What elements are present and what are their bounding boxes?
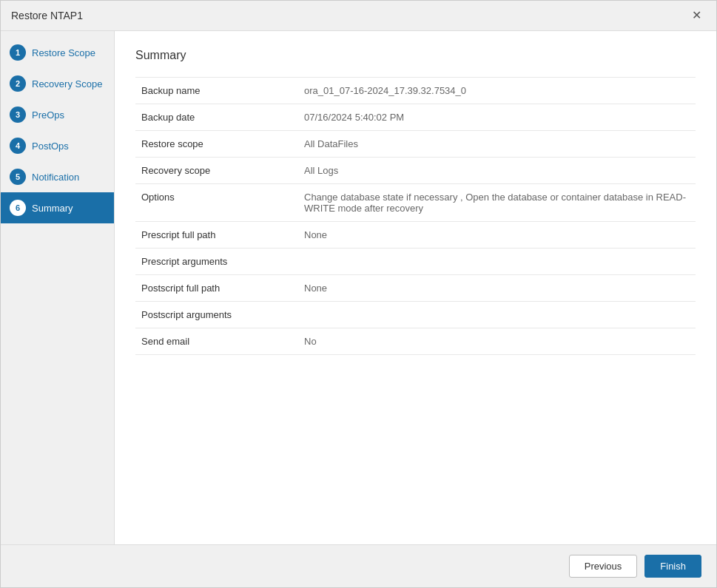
table-row: Send emailNo [135, 328, 696, 355]
table-row: Prescript arguments [135, 249, 696, 275]
row-label: Postscript arguments [135, 302, 298, 328]
sidebar-item-recovery-scope[interactable]: 2 Recovery Scope [1, 68, 114, 99]
sidebar-item-label-6: Summary [32, 203, 73, 214]
sidebar-item-restore-scope[interactable]: 1 Restore Scope [1, 37, 114, 68]
finish-button[interactable]: Finish [644, 555, 701, 578]
row-label: Backup name [135, 78, 298, 104]
row-value [298, 249, 696, 275]
row-value: No [298, 328, 696, 355]
window-title: Restore NTAP1 [11, 10, 83, 21]
table-row: Postscript arguments [135, 302, 696, 328]
row-label: Postscript full path [135, 275, 298, 302]
sidebar-item-label-5: Notification [32, 172, 79, 183]
summary-table: Backup nameora_01_07-16-2024_17.39.32.75… [135, 77, 696, 355]
sidebar-item-summary[interactable]: 6 Summary [1, 192, 114, 223]
previous-button[interactable]: Previous [569, 555, 638, 578]
footer: Previous Finish [1, 544, 716, 587]
table-row: Backup nameora_01_07-16-2024_17.39.32.75… [135, 78, 696, 104]
row-value: All DataFiles [298, 131, 696, 158]
main-body: Summary Backup nameora_01_07-16-2024_17.… [115, 31, 716, 544]
row-value [298, 302, 696, 328]
table-row: Backup date07/16/2024 5:40:02 PM [135, 104, 696, 131]
step-3-circle: 3 [10, 107, 26, 123]
step-4-circle: 4 [10, 138, 26, 154]
page-title: Summary [135, 49, 696, 62]
row-label: Restore scope [135, 131, 298, 158]
main-content: Summary Backup nameora_01_07-16-2024_17.… [115, 31, 716, 544]
table-row: Restore scopeAll DataFiles [135, 131, 696, 158]
sidebar-item-postops[interactable]: 4 PostOps [1, 130, 114, 161]
row-value: 07/16/2024 5:40:02 PM [298, 104, 696, 131]
row-label: Options [135, 184, 298, 222]
step-5-circle: 5 [10, 169, 26, 185]
row-label: Prescript arguments [135, 249, 298, 275]
table-row: Recovery scopeAll Logs [135, 158, 696, 184]
sidebar-item-notification[interactable]: 5 Notification [1, 161, 114, 192]
sidebar-item-label-4: PostOps [32, 141, 69, 152]
window: Restore NTAP1 ✕ 1 Restore Scope 2 Recove… [0, 0, 717, 588]
step-1-circle: 1 [10, 44, 26, 61]
row-value: None [298, 275, 696, 302]
sidebar-item-label-2: Recovery Scope [32, 78, 102, 89]
sidebar-item-preops[interactable]: 3 PreOps [1, 99, 114, 130]
title-bar: Restore NTAP1 ✕ [1, 1, 716, 31]
table-row: Prescript full pathNone [135, 222, 696, 249]
table-row: Postscript full pathNone [135, 275, 696, 302]
row-label: Backup date [135, 104, 298, 131]
close-button[interactable]: ✕ [687, 8, 706, 23]
row-label: Recovery scope [135, 158, 298, 184]
row-label: Prescript full path [135, 222, 298, 249]
step-2-circle: 2 [10, 75, 26, 92]
sidebar-item-label-1: Restore Scope [32, 47, 95, 58]
sidebar: 1 Restore Scope 2 Recovery Scope 3 PreOp… [1, 31, 115, 544]
step-6-circle: 6 [10, 200, 26, 216]
content-area: 1 Restore Scope 2 Recovery Scope 3 PreOp… [1, 31, 716, 544]
table-row: OptionsChange database state if necessar… [135, 184, 696, 222]
row-value: All Logs [298, 158, 696, 184]
sidebar-item-label-3: PreOps [32, 109, 64, 121]
row-value: None [298, 222, 696, 249]
row-label: Send email [135, 328, 298, 355]
row-value: Change database state if necessary , Ope… [298, 184, 696, 222]
row-value: ora_01_07-16-2024_17.39.32.7534_0 [298, 78, 696, 104]
